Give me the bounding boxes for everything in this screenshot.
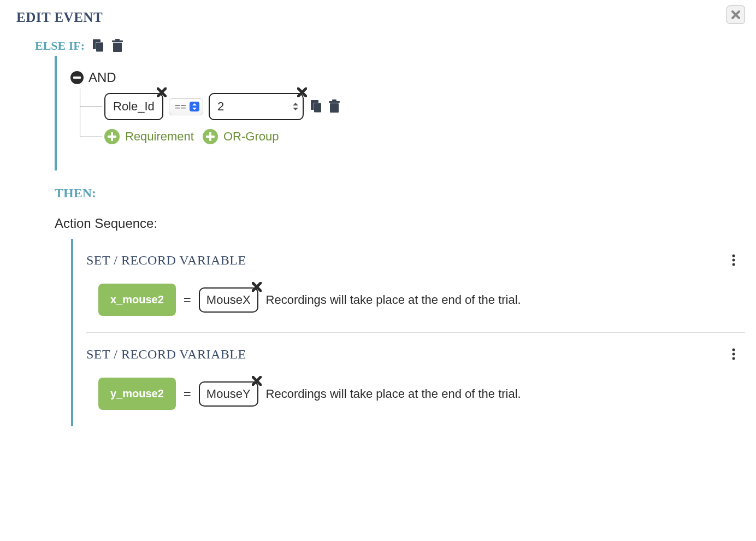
add-requirement-label: Requirement [125,130,194,144]
action-note: Recordings will take place at the end of… [266,293,521,307]
action-card: SET / RECORD VARIABLE y_mouse2 = MouseY … [86,333,745,426]
action-menu-button[interactable] [727,346,741,362]
chevron-updown-icon [190,102,199,111]
delete-condition-icon[interactable] [328,99,341,114]
action-title: SET / RECORD VARIABLE [86,347,246,362]
remove-value-icon[interactable] [252,376,262,386]
action-card: SET / RECORD VARIABLE x_mouse2 = MouseX … [86,239,745,333]
close-button[interactable] [727,5,745,24]
value-pill[interactable]: MouseY [199,381,258,407]
add-orgroup-label: OR-Group [223,130,279,144]
action-sequence-label: Action Sequence: [55,216,745,231]
remove-variable-icon[interactable] [157,87,167,97]
variable-chip[interactable]: y_mouse2 [98,378,176,410]
number-stepper-icon[interactable] [293,103,298,110]
equals-sign: = [184,292,191,308]
then-label: THEN: [55,186,745,201]
elseif-body: AND Role_Id == [55,56,745,170]
remove-value-icon[interactable] [252,282,262,292]
condition-variable[interactable]: Role_Id [104,93,163,120]
logic-operator-label: AND [88,70,116,85]
elseif-label: ELSE IF: [35,39,85,53]
close-icon [731,10,741,20]
operator-label: == [175,101,186,113]
value-pill[interactable]: MouseX [199,287,258,313]
condition-value-input[interactable]: 2 [209,93,304,120]
collapse-icon[interactable] [70,70,84,85]
action-title: SET / RECORD VARIABLE [86,253,246,268]
action-note: Recordings will take place at the end of… [266,387,521,401]
operator-select[interactable]: == [169,98,203,115]
add-requirement-button[interactable] [104,129,120,144]
equals-sign: = [184,386,191,402]
trash-icon[interactable] [111,38,124,54]
action-menu-button[interactable] [727,252,741,268]
remove-value-icon[interactable] [297,87,307,97]
variable-chip[interactable]: x_mouse2 [98,284,176,316]
copy-condition-icon[interactable] [309,99,322,114]
page-title: EDIT EVENT [16,10,103,25]
condition-value: 2 [217,99,224,114]
add-orgroup-button[interactable] [203,129,218,144]
condition-row: Role_Id == [104,93,745,120]
copy-icon[interactable] [91,38,104,54]
action-sequence: SET / RECORD VARIABLE x_mouse2 = MouseX … [71,239,745,426]
